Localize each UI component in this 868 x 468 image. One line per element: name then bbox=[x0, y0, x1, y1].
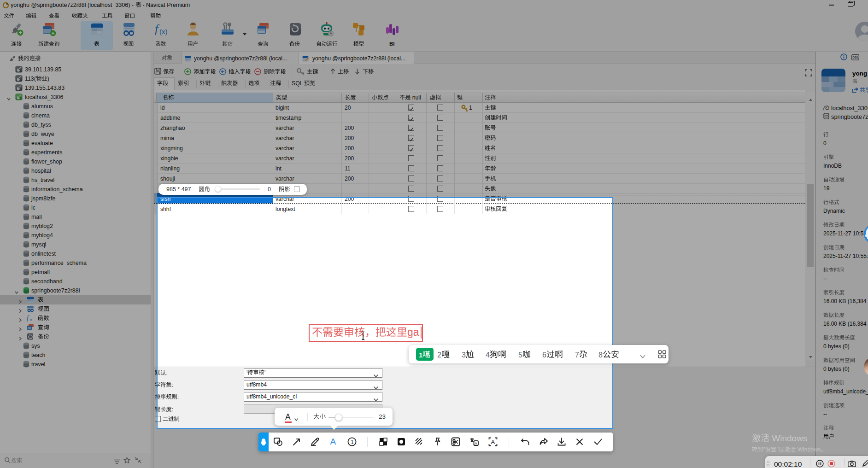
svg-text:A: A bbox=[330, 437, 336, 446]
svg-text:A: A bbox=[475, 441, 477, 446]
svg-text:1: 1 bbox=[351, 439, 354, 445]
svg-text:A: A bbox=[491, 439, 495, 445]
